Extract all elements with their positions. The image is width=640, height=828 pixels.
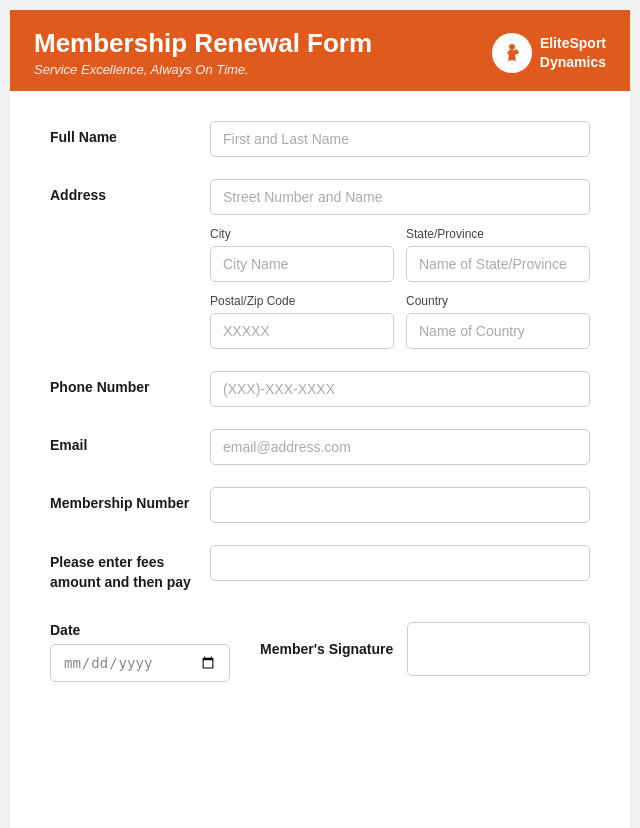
- fees-label: Please enter fees amount and then pay: [50, 545, 210, 592]
- svg-point-0: [509, 44, 515, 50]
- signature-label: Member's Signature: [260, 640, 393, 658]
- full-name-row: Full Name: [50, 121, 590, 157]
- country-label: Country: [406, 294, 590, 308]
- fees-input[interactable]: [210, 545, 590, 581]
- membership-number-label: Membership Number: [50, 487, 210, 511]
- membership-number-fields: [210, 487, 590, 523]
- city-state-row: City State/Province: [210, 227, 590, 282]
- state-input[interactable]: [406, 246, 590, 282]
- phone-fields: [210, 371, 590, 407]
- brand-name: EliteSport Dynamics: [540, 34, 606, 70]
- email-row: Email: [50, 429, 590, 465]
- state-label: State/Province: [406, 227, 590, 241]
- header: Membership Renewal Form Service Excellen…: [10, 10, 630, 91]
- membership-number-row: Membership Number: [50, 487, 590, 523]
- city-col: City: [210, 227, 394, 282]
- full-name-fields: [210, 121, 590, 157]
- fees-row: Please enter fees amount and then pay: [50, 545, 590, 592]
- email-fields: [210, 429, 590, 465]
- brand-area: EliteSport Dynamics: [492, 33, 606, 73]
- phone-input[interactable]: [210, 371, 590, 407]
- signature-col: Member's Signature: [260, 622, 590, 676]
- email-input[interactable]: [210, 429, 590, 465]
- membership-number-input[interactable]: [210, 487, 590, 523]
- address-input[interactable]: [210, 179, 590, 215]
- date-input[interactable]: [50, 644, 230, 682]
- fees-fields: [210, 545, 590, 581]
- page: Membership Renewal Form Service Excellen…: [10, 10, 630, 828]
- phone-row: Phone Number: [50, 371, 590, 407]
- email-label: Email: [50, 429, 210, 453]
- form-subtitle: Service Excellence, Always On Time.: [34, 62, 372, 77]
- full-name-input[interactable]: [210, 121, 590, 157]
- phone-label: Phone Number: [50, 371, 210, 395]
- postal-col: Postal/Zip Code: [210, 294, 394, 349]
- form-title: Membership Renewal Form: [34, 28, 372, 59]
- address-fields: City State/Province Postal/Zip Code: [210, 179, 590, 349]
- postal-input[interactable]: [210, 313, 394, 349]
- postal-country-row: Postal/Zip Code Country: [210, 294, 590, 349]
- full-name-label: Full Name: [50, 121, 210, 145]
- date-col: Date: [50, 622, 230, 682]
- date-signature-row: Date Member's Signature: [50, 622, 590, 702]
- country-col: Country: [406, 294, 590, 349]
- signature-box[interactable]: [407, 622, 590, 676]
- form-body: Full Name Address City State/Province: [10, 91, 630, 732]
- brand-icon: [492, 33, 532, 73]
- city-label: City: [210, 227, 394, 241]
- city-input[interactable]: [210, 246, 394, 282]
- state-col: State/Province: [406, 227, 590, 282]
- address-row: Address City State/Province: [50, 179, 590, 349]
- postal-label: Postal/Zip Code: [210, 294, 394, 308]
- country-input[interactable]: [406, 313, 590, 349]
- header-left: Membership Renewal Form Service Excellen…: [34, 28, 372, 77]
- address-label: Address: [50, 179, 210, 203]
- date-label: Date: [50, 622, 230, 638]
